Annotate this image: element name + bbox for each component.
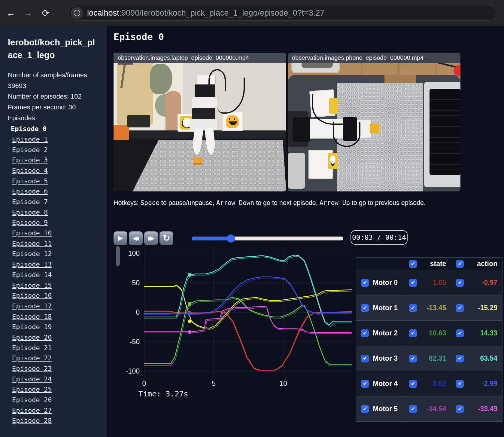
- url-text[interactable]: localhost:9090/lerobot/koch_pick_place_1…: [87, 8, 324, 18]
- video-caption-phone: observation.images.phone_episode_000000.…: [288, 53, 460, 63]
- action-value-checkbox[interactable]: [456, 329, 464, 337]
- state-value-checkbox[interactable]: [409, 355, 417, 362]
- motor-table-header: state action: [356, 258, 502, 270]
- episode-link[interactable]: Episode 25: [12, 386, 52, 393]
- header-state-cell: state: [404, 258, 451, 270]
- address-bar[interactable]: i localhost:9090/lerobot/koch_pick_place…: [68, 5, 496, 21]
- episodes-label: Episodes:: [8, 113, 96, 124]
- episode-link[interactable]: Episode 17: [12, 302, 52, 310]
- episode-link[interactable]: Episode 20: [12, 334, 52, 341]
- action-value-checkbox[interactable]: [456, 405, 464, 413]
- motor-row-checkbox[interactable]: [361, 329, 369, 337]
- electronics-board: [127, 115, 150, 128]
- phone-camera-frame: [288, 53, 460, 191]
- forward-icon[interactable]: →: [22, 6, 35, 20]
- episode-link[interactable]: Episode 6: [12, 188, 48, 195]
- episode-link[interactable]: Episode 8: [12, 209, 48, 216]
- episode-link[interactable]: Episode 0: [11, 125, 47, 133]
- episode-link[interactable]: Episode 11: [12, 240, 52, 247]
- state-value: -34.54: [427, 405, 446, 413]
- header-action-cell: action: [451, 258, 502, 270]
- dataset-stats: Number of samples/frames: 39693 Number o…: [8, 70, 96, 123]
- hotkey-text: Hotkeys:: [114, 199, 141, 206]
- state-column-label: state: [430, 260, 446, 268]
- episode-link[interactable]: Episode 21: [12, 344, 52, 352]
- url-path: :9090/lerobot/koch_pick_place_1_lego/epi…: [119, 8, 325, 17]
- action-column-checkbox[interactable]: [456, 260, 464, 268]
- action-value-checkbox[interactable]: [456, 355, 464, 362]
- episode-link[interactable]: Episode 28: [12, 417, 52, 424]
- episode-link[interactable]: Episode 2: [12, 146, 48, 154]
- episode-link[interactable]: Episode 13: [12, 261, 52, 268]
- hotkey-key: Arrow Down: [216, 199, 254, 206]
- series-motor-0-state: [144, 312, 351, 371]
- action-value-checkbox[interactable]: [456, 304, 464, 312]
- episode-link[interactable]: Episode 14: [12, 271, 52, 279]
- episode-link[interactable]: Episode 26: [12, 396, 52, 404]
- episode-link[interactable]: Episode 7: [12, 198, 48, 206]
- y-tick-label: -50: [130, 338, 140, 346]
- motor-row: Motor 0-1.05-0.97: [356, 270, 502, 295]
- x-tick-label: 10: [279, 380, 287, 387]
- motor-row-checkbox[interactable]: [361, 380, 369, 388]
- leader-arm: [288, 153, 305, 189]
- episode-link[interactable]: Episode 10: [12, 229, 52, 237]
- motor-label: Motor 2: [373, 329, 398, 337]
- action-value-checkbox[interactable]: [456, 380, 464, 388]
- main-content: Episode 0: [107, 26, 504, 437]
- motor-label: Motor 0: [373, 279, 398, 287]
- state-value-checkbox[interactable]: [409, 304, 417, 312]
- motor-row-checkbox[interactable]: [361, 355, 369, 362]
- panda-face-bottom: [330, 155, 335, 164]
- x-tick-label: 0: [142, 380, 146, 387]
- y-tick-label: 50: [132, 279, 140, 287]
- motor-row-checkbox[interactable]: [361, 279, 369, 287]
- state-value-checkbox[interactable]: [409, 279, 417, 287]
- time-marker-dot: [188, 319, 191, 323]
- episode-link[interactable]: Episode 23: [12, 365, 52, 372]
- back-icon[interactable]: ←: [4, 6, 17, 20]
- episode-link[interactable]: Episode 3: [12, 156, 48, 164]
- episode-link[interactable]: Episode 15: [12, 282, 52, 289]
- episode-link[interactable]: Episode 19: [12, 323, 52, 331]
- episode-link[interactable]: Episode 12: [12, 250, 52, 258]
- action-value: 14.33: [480, 329, 497, 337]
- site-info-chip[interactable]: i: [71, 7, 83, 19]
- episode-link[interactable]: Episode 24: [12, 375, 52, 383]
- chart-time-label: Time: 3.27s: [138, 390, 188, 398]
- state-value-checkbox[interactable]: [409, 329, 417, 337]
- state-value: -13.45: [427, 304, 446, 312]
- episode-link[interactable]: Episode 1: [12, 136, 48, 143]
- video-player-phone[interactable]: observation.images.phone_episode_000000.…: [288, 53, 460, 191]
- scrollbar-thumb[interactable]: [116, 246, 120, 266]
- stat-samples: Number of samples/frames: 39693: [8, 70, 96, 91]
- episode-link[interactable]: Episode 27: [12, 407, 52, 414]
- action-value: -15.29: [478, 304, 497, 312]
- motor-table-body: Motor 0-1.05-0.97Motor 1-13.45-15.29Moto…: [356, 270, 502, 422]
- motor-row-checkbox[interactable]: [361, 304, 369, 312]
- cable-arc-mid: [333, 122, 360, 147]
- state-value-checkbox[interactable]: [409, 405, 417, 413]
- episode-link[interactable]: Episode 5: [12, 177, 48, 185]
- state-column-checkbox[interactable]: [409, 260, 417, 268]
- action-value-checkbox[interactable]: [456, 279, 464, 287]
- page-title: Episode 0: [114, 31, 164, 42]
- video-player-laptop[interactable]: observation.images.laptop_episode_000000…: [114, 53, 286, 191]
- motor-table: state action Motor 0-1.05-0.97Motor 1-13…: [356, 257, 502, 422]
- hotkey-text: to go to previous episode.: [350, 199, 426, 206]
- reload-icon[interactable]: ⟳: [39, 6, 52, 20]
- stat-fps: Frames per second: 30: [8, 102, 96, 113]
- motor-row-checkbox[interactable]: [361, 405, 369, 413]
- motor-label: Motor 1: [373, 304, 398, 312]
- state-value-checkbox[interactable]: [409, 380, 417, 388]
- episode-link[interactable]: Episode 22: [12, 354, 52, 362]
- episode-link[interactable]: Episode 9: [12, 219, 48, 226]
- stat-episodes: Number of episodes: 102: [8, 91, 96, 102]
- state-value: 62.31: [429, 354, 446, 362]
- episode-link[interactable]: Episode 18: [12, 313, 52, 320]
- motor-row: Motor 4-3.52-2.99: [356, 371, 502, 396]
- laptop-camera-frame: [114, 53, 286, 191]
- episode-link[interactable]: Episode 16: [12, 292, 52, 299]
- y-tick-label: 100: [128, 249, 140, 257]
- episode-link[interactable]: Episode 4: [12, 167, 48, 174]
